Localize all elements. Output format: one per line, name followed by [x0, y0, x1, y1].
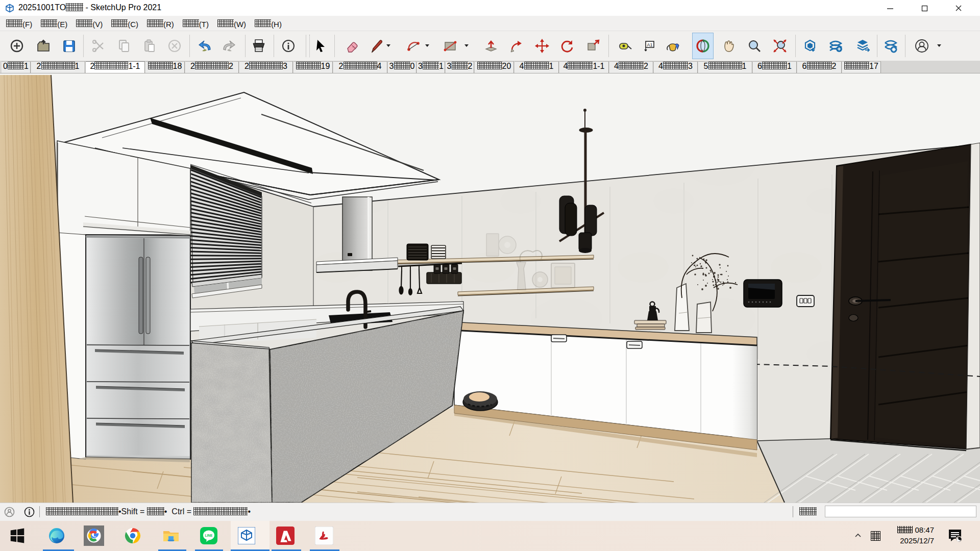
- svg-text:LINE: LINE: [205, 534, 213, 537]
- svg-text:A1: A1: [647, 42, 653, 47]
